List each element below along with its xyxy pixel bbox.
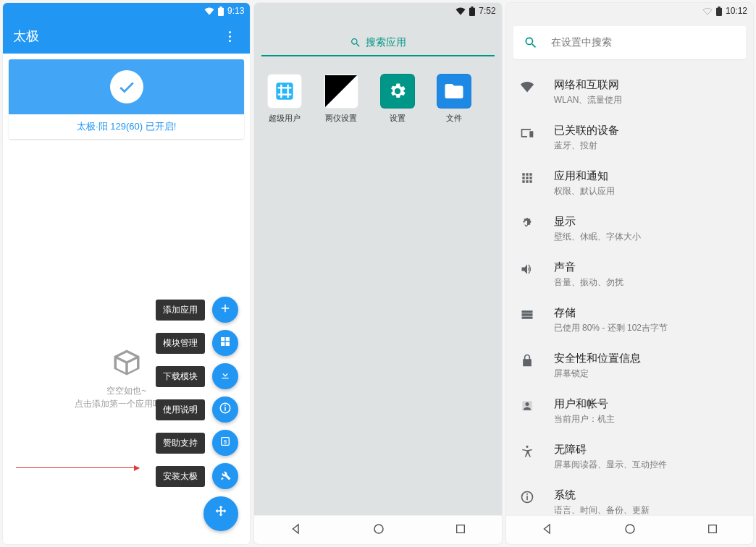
fab-label: 安装太极 xyxy=(156,466,205,487)
nav-back-button[interactable] xyxy=(541,522,554,538)
settings-item-subtitle: 权限、默认应用 xyxy=(554,185,615,198)
nav-back-button[interactable] xyxy=(290,522,303,538)
app-label: 设置 xyxy=(390,113,406,124)
app-item[interactable]: 两仪设置 xyxy=(321,74,361,124)
status-card[interactable]: 太极·阳 129(60) 已开启! xyxy=(9,59,244,139)
phone-launcher: 7:52 搜索应用 超级用户两仪设置设置文件 xyxy=(254,3,501,544)
search-icon xyxy=(524,35,538,50)
settings-item-text: 存储已使用 80% - 还剩 102吉字节 xyxy=(554,306,668,334)
battery-icon xyxy=(218,7,224,16)
battery-icon xyxy=(716,7,722,16)
status-card-text: 太极·阳 129(60) 已开启! xyxy=(9,114,244,139)
settings-item-subtitle: 语言、时间、备份、更新 xyxy=(554,504,650,515)
settings-item-text: 已关联的设备蓝牙、投射 xyxy=(554,124,619,152)
lock-icon xyxy=(519,352,535,368)
settings-item-subtitle: 音量、振动、勿扰 xyxy=(554,276,623,289)
settings-item[interactable]: 系统语言、时间、备份、更新 xyxy=(506,480,753,515)
phone-taiji: 9:13 太极 太极·阳 129(60) 已开启! 空空如也~ 点击添加第一个应… xyxy=(3,3,250,544)
nav-recent-button[interactable] xyxy=(455,523,466,538)
tools-icon xyxy=(219,468,232,484)
fab-label: 模块管理 xyxy=(156,333,205,354)
plus-icon xyxy=(219,302,232,318)
settings-item[interactable]: 无障碍屏幕阅读器、显示、互动控件 xyxy=(506,434,753,480)
fab-row-plus: 添加应用 xyxy=(156,297,238,323)
move-icon xyxy=(213,504,229,523)
fab-row-donate: 赞助支持$ xyxy=(156,430,238,456)
settings-item-title: 网络和互联网 xyxy=(554,78,623,92)
search-placeholder: 在设置中搜索 xyxy=(551,36,612,49)
settings-item[interactable]: 网络和互联网WLAN、流量使用 xyxy=(506,69,753,115)
settings-item[interactable]: 应用和通知权限、默认应用 xyxy=(506,161,753,206)
fab-label: 赞助支持 xyxy=(156,433,205,454)
person-icon xyxy=(519,397,535,413)
fab-info-button[interactable] xyxy=(212,397,238,423)
fab-donate-button[interactable]: $ xyxy=(212,430,238,456)
settings-item-text: 用户和帐号当前用户：机主 xyxy=(554,397,615,425)
volume-icon xyxy=(519,260,535,276)
fab-tools-button[interactable] xyxy=(212,463,238,489)
statusbar: 7:52 xyxy=(254,3,501,19)
settings-item-subtitle: 屏幕阅读器、显示、互动控件 xyxy=(554,459,667,471)
search-bar[interactable]: 搜索应用 xyxy=(261,30,494,56)
devices-icon xyxy=(519,124,535,140)
settings-item-title: 无障碍 xyxy=(554,443,667,457)
wifi-icon xyxy=(519,78,535,94)
fab-label: 下载模块 xyxy=(156,366,205,387)
settings-item-subtitle: 蓝牙、投射 xyxy=(554,140,619,152)
status-card-hero xyxy=(9,59,244,114)
app-grid: 超级用户两仪设置设置文件 xyxy=(254,64,501,134)
nav-recent-button[interactable] xyxy=(707,523,718,538)
app-item[interactable]: 文件 xyxy=(434,74,474,124)
settings-item[interactable]: 安全性和位置信息屏幕锁定 xyxy=(506,343,753,389)
app-header: 太极 xyxy=(3,19,250,54)
settings-item-text: 应用和通知权限、默认应用 xyxy=(554,169,615,198)
download-icon xyxy=(219,369,231,383)
nav-home-button[interactable] xyxy=(623,522,637,538)
svg-point-5 xyxy=(374,525,383,533)
settings-search[interactable]: 在设置中搜索 xyxy=(513,26,746,59)
fab-main-button[interactable] xyxy=(203,496,238,531)
fab-row-tools: 安装太极 xyxy=(156,463,238,489)
settings-item-text: 无障碍屏幕阅读器、显示、互动控件 xyxy=(554,443,667,471)
settings-item-subtitle: WLAN、流量使用 xyxy=(554,94,623,106)
check-circle-icon xyxy=(110,70,143,103)
settings-item[interactable]: 已关联的设备蓝牙、投射 xyxy=(506,115,753,161)
accessibility-icon xyxy=(519,443,535,459)
overflow-menu-button[interactable] xyxy=(215,19,244,54)
settings-item[interactable]: 声音音量、振动、勿扰 xyxy=(506,252,753,297)
grid-icon xyxy=(219,336,231,350)
settings-item[interactable]: 显示壁纸、休眠、字体大小 xyxy=(506,206,753,252)
settings-item-text: 安全性和位置信息屏幕锁定 xyxy=(554,352,641,380)
nav-home-button[interactable] xyxy=(372,522,385,538)
status-time: 10:12 xyxy=(726,6,747,16)
settings-item-text: 系统语言、时间、备份、更新 xyxy=(554,488,650,515)
info-icon xyxy=(519,488,535,504)
settings-item-text: 声音音量、振动、勿扰 xyxy=(554,260,623,289)
settings-list[interactable]: 网络和互联网WLAN、流量使用已关联的设备蓝牙、投射应用和通知权限、默认应用显示… xyxy=(506,67,753,515)
wifi-icon xyxy=(204,7,214,15)
settings-item[interactable]: 存储已使用 80% - 还剩 102吉字节 xyxy=(506,297,753,343)
statusbar: 9:13 xyxy=(3,3,250,19)
storage-icon xyxy=(519,306,535,322)
settings-item[interactable]: 用户和帐号当前用户：机主 xyxy=(506,389,753,434)
contrast-icon xyxy=(324,74,358,109)
app-label: 两仪设置 xyxy=(325,113,357,124)
status-time: 9:13 xyxy=(227,6,244,16)
fab-plus-button[interactable] xyxy=(212,297,238,323)
settings-item-text: 显示壁纸、休眠、字体大小 xyxy=(554,215,641,243)
app-title: 太极 xyxy=(13,27,39,45)
fab-row-grid: 模块管理 xyxy=(156,330,238,356)
info-icon xyxy=(219,402,232,417)
fab-download-button[interactable] xyxy=(212,363,238,389)
settings-item-subtitle: 屏幕锁定 xyxy=(554,368,641,380)
settings-item-text: 网络和互联网WLAN、流量使用 xyxy=(554,78,623,106)
fab-grid-button[interactable] xyxy=(212,330,238,356)
phone-settings: 10:12 在设置中搜索 网络和互联网WLAN、流量使用已关联的设备蓝牙、投射应… xyxy=(506,3,753,544)
navbar xyxy=(506,515,753,544)
app-item[interactable]: 设置 xyxy=(377,74,418,124)
svg-point-8 xyxy=(626,525,634,533)
box-icon xyxy=(112,347,142,378)
app-item[interactable]: 超级用户 xyxy=(264,74,305,124)
folder-icon xyxy=(437,74,471,109)
more-vert-icon xyxy=(229,31,231,42)
